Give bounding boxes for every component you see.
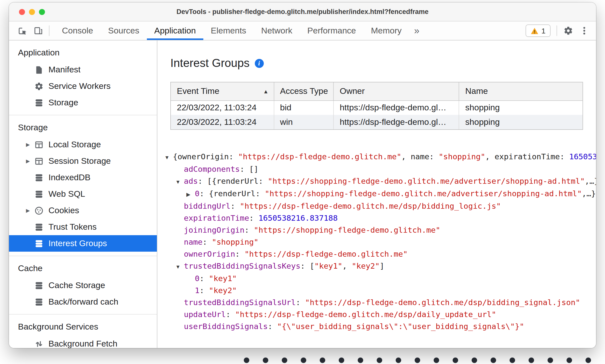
- string-value: "https://shopping-fledge-demo.glitch.me/…: [268, 177, 585, 186]
- expand-arrow-icon[interactable]: ▶: [26, 158, 34, 164]
- settings-gear-icon[interactable]: [560, 21, 576, 40]
- more-tabs-button[interactable]: »: [409, 21, 424, 40]
- database-icon: [34, 189, 44, 199]
- tree-line-biddingurl[interactable]: biddingUrl: "https://dsp-fledge-demo.gli…: [164, 200, 596, 212]
- table-row[interactable]: 22/03/2022, 11:03:24winhttps://dsp-fledg…: [171, 115, 583, 129]
- column-header-owner[interactable]: Owner: [333, 82, 459, 100]
- database-icon: [34, 98, 44, 108]
- sidebar-item-manifest[interactable]: Manifest: [9, 61, 157, 78]
- fetch-icon: [34, 339, 44, 348]
- column-header-access-type[interactable]: Access Type: [274, 82, 333, 100]
- sidebar-item-storage[interactable]: Storage: [9, 94, 157, 111]
- sidebar-item-label: Web SQL: [48, 189, 85, 199]
- punctuation: : [: [301, 262, 314, 271]
- tab-elements[interactable]: Elements: [203, 21, 254, 40]
- tree-line-root-preview[interactable]: ▼{ownerOrigin: "https://dsp-fledge-demo.…: [164, 151, 596, 163]
- collapse-arrow-icon[interactable]: ▼: [175, 176, 184, 188]
- punctuation: :: [200, 286, 209, 295]
- tree-line-userbiddingsignals[interactable]: userBiddingSignals: "{\"user_bidding_sig…: [164, 321, 596, 333]
- sidebar-item-label: Service Workers: [48, 81, 111, 91]
- info-icon[interactable]: i: [255, 59, 264, 68]
- tree-line-trustedbiddingsignalsurl[interactable]: trustedBiddingSignalsUrl: "https://dsp-f…: [164, 297, 596, 309]
- zoom-window-button[interactable]: [39, 9, 45, 15]
- dock-dot: [263, 358, 268, 363]
- property-name: updateUrl: [184, 310, 226, 319]
- dock-dot: [301, 358, 306, 363]
- more-options-icon[interactable]: [576, 21, 592, 40]
- sidebar-item-indexeddb[interactable]: IndexedDB: [9, 169, 157, 186]
- tree-line-name[interactable]: name: "shopping": [164, 236, 596, 248]
- dock-icons: [244, 358, 591, 363]
- tab-console[interactable]: Console: [54, 21, 101, 40]
- sidebar-section-storage: Storage: [9, 119, 157, 136]
- sidebar-section-divider: [9, 314, 157, 315]
- tab-application[interactable]: Application: [147, 21, 203, 40]
- application-panel: ApplicationManifestService WorkersStorag…: [9, 40, 596, 348]
- table-row[interactable]: 22/03/2022, 11:03:24bidhttps://dsp-fledg…: [171, 100, 583, 115]
- sidebar-item-service-workers[interactable]: Service Workers: [9, 78, 157, 94]
- sidebar-section-application: Application: [9, 44, 157, 61]
- string-value: "shopping": [212, 238, 259, 247]
- interest-groups-datagrid: Event Time▲Access TypeOwnerName22/03/202…: [171, 82, 583, 129]
- sidebar-section-background-services: Background Services: [9, 319, 157, 336]
- property-name: biddingUrl: [184, 202, 231, 211]
- sidebar-item-label: Cookies: [48, 205, 79, 215]
- cell-event-time: 22/03/2022, 11:03:24: [171, 100, 274, 115]
- tab-memory[interactable]: Memory: [363, 21, 409, 40]
- tree-line-adcomponents[interactable]: adComponents: []: [164, 163, 596, 175]
- punctuation: :: [231, 202, 240, 211]
- expand-arrow-icon[interactable]: ▶: [186, 188, 195, 200]
- number-value: 1650538216.837188: [259, 214, 338, 223]
- interest-groups-view: Interest Groups i Event Time▲Access Type…: [157, 40, 596, 348]
- tree-line-ads[interactable]: ▼ads: [{renderUrl: "https://shopping-fle…: [164, 175, 596, 188]
- property-name: trustedBiddingSignalsKeys: [184, 262, 301, 271]
- dock-dot: [453, 358, 458, 363]
- tab-performance[interactable]: Performance: [300, 21, 363, 40]
- sidebar-item-cookies[interactable]: ▶Cookies: [9, 202, 157, 219]
- database-icon: [34, 280, 44, 290]
- sidebar-item-web-sql[interactable]: Web SQL: [9, 186, 157, 202]
- sidebar-item-interest-groups[interactable]: Interest Groups: [9, 235, 157, 252]
- sidebar-item-label: Storage: [48, 98, 78, 108]
- string-value: "key2": [209, 286, 237, 295]
- tree-line-ownerorigin[interactable]: ownerOrigin: "https://dsp-fledge-demo.gl…: [164, 248, 596, 260]
- property-name: adComponents: [184, 165, 240, 174]
- column-header-name[interactable]: Name: [459, 82, 583, 100]
- sidebar-item-background-fetch[interactable]: Background Fetch: [9, 336, 157, 348]
- tab-sources[interactable]: Sources: [101, 21, 147, 40]
- column-header-event-time[interactable]: Event Time▲: [171, 82, 274, 100]
- property-name: userBiddingSignals: [184, 322, 268, 331]
- sidebar-item-back-forward-cach[interactable]: Back/forward cach: [9, 294, 157, 310]
- tree-line-keys-0[interactable]: 0: "key1": [164, 273, 596, 285]
- punctuation: :: [249, 214, 258, 223]
- expand-arrow-icon[interactable]: ▶: [26, 208, 34, 213]
- collapse-arrow-icon[interactable]: ▼: [175, 261, 184, 273]
- tab-network[interactable]: Network: [254, 21, 300, 40]
- sidebar-section-cache: Cache: [9, 260, 157, 277]
- sidebar-item-trust-tokens[interactable]: Trust Tokens: [9, 219, 157, 235]
- table-header-row: Event Time▲Access TypeOwnerName: [171, 82, 583, 100]
- expand-arrow-icon[interactable]: ▶: [26, 142, 34, 147]
- close-window-button[interactable]: [19, 9, 25, 15]
- column-header-label: Owner: [340, 86, 365, 96]
- tree-line-keys-1[interactable]: 1: "key2": [164, 285, 596, 297]
- device-toolbar-icon[interactable]: [30, 21, 46, 40]
- minimize-window-button[interactable]: [29, 9, 35, 15]
- tree-line-expirationtime[interactable]: expirationTime: 1650538216.837188: [164, 212, 596, 224]
- tree-line-updateurl[interactable]: updateUrl: "https://dsp-fledge-demo.glit…: [164, 309, 596, 321]
- tree-line-trustedbiddingsignalskeys[interactable]: ▼trustedBiddingSignalsKeys: ["key1", "ke…: [164, 260, 596, 273]
- property-name: 1: [195, 286, 200, 295]
- sidebar-item-cache-storage[interactable]: Cache Storage: [9, 277, 157, 294]
- punctuation: :: [268, 322, 277, 331]
- issues-badge[interactable]: 1: [525, 24, 551, 37]
- sidebar-item-local-storage[interactable]: ▶Local Storage: [9, 136, 157, 153]
- window-titlebar[interactable]: DevTools - publisher-fledge-demo.glitch.…: [9, 2, 596, 21]
- dock-dot: [282, 358, 287, 363]
- collapse-arrow-icon[interactable]: ▼: [164, 151, 173, 163]
- inspect-element-icon[interactable]: [14, 21, 30, 40]
- panel-tabs: ConsoleSourcesApplicationElementsNetwork…: [54, 21, 409, 40]
- dock-dot: [472, 358, 477, 363]
- tree-line-ads-0[interactable]: ▶0: {renderUrl: "https://shopping-fledge…: [164, 188, 596, 200]
- tree-line-joiningorigin[interactable]: joiningOrigin: "https://shopping-fledge-…: [164, 224, 596, 236]
- sidebar-item-session-storage[interactable]: ▶Session Storage: [9, 153, 157, 169]
